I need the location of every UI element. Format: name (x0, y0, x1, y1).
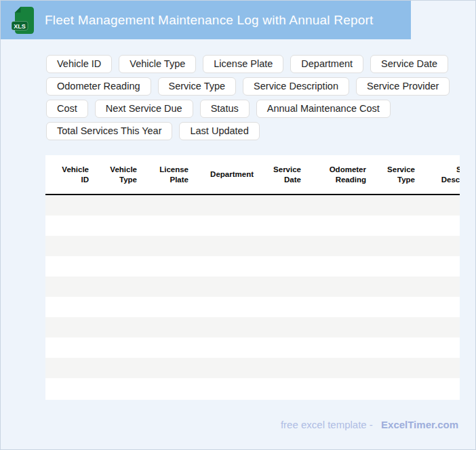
table-row (45, 236, 460, 256)
field-tag-list: Vehicle ID Vehicle Type License Plate De… (46, 55, 476, 140)
table-row (45, 277, 460, 297)
column-header-vehicle-type: Vehicle Type (97, 155, 145, 194)
footer-credit: free excel template - ExcelTimer.com (281, 419, 458, 430)
tag-license-plate[interactable]: License Plate (203, 55, 283, 73)
tag-service-provider[interactable]: Service Provider (356, 77, 450, 96)
page-title: Fleet Management Maintenance Log with An… (45, 13, 373, 28)
tag-vehicle-type[interactable]: Vehicle Type (119, 55, 196, 73)
table-header-row: Vehicle ID Vehicle Type License Plate De… (45, 155, 460, 194)
tag-department[interactable]: Department (290, 55, 363, 73)
column-header-department: Department (197, 155, 262, 194)
table-row (45, 358, 460, 378)
table-row (45, 256, 460, 277)
xls-file-icon: XLS (11, 6, 36, 35)
xls-badge-label: XLS (14, 22, 26, 29)
tag-cost[interactable]: Cost (46, 100, 88, 118)
tag-status[interactable]: Status (200, 100, 250, 118)
column-header-service-description: Service Description (423, 155, 460, 194)
table-row (45, 297, 460, 317)
tag-service-date[interactable]: Service Date (370, 55, 448, 73)
exceltimer-link[interactable]: ExcelTimer.com (381, 419, 458, 430)
tag-last-updated[interactable]: Last Updated (179, 122, 259, 140)
tag-next-service-due[interactable]: Next Service Due (95, 100, 193, 118)
column-header-service-type: Service Type (374, 155, 423, 194)
tag-odometer-reading[interactable]: Odometer Reading (46, 77, 151, 96)
column-header-vehicle-id: Vehicle ID (45, 155, 97, 194)
column-header-license-plate: License Plate (145, 155, 197, 194)
tag-annual-maintenance-cost[interactable]: Annual Maintenance Cost (256, 100, 391, 118)
table-row (45, 216, 460, 236)
tag-service-description[interactable]: Service Description (243, 77, 349, 96)
table-body (45, 195, 460, 398)
spreadsheet-preview: Vehicle ID Vehicle Type License Plate De… (45, 155, 460, 400)
column-header-odometer-reading: Odometer Reading (309, 155, 374, 194)
tag-service-type[interactable]: Service Type (158, 77, 237, 96)
table-row (45, 338, 460, 358)
tag-vehicle-id[interactable]: Vehicle ID (46, 55, 112, 73)
template-preview-page: { "window": { "title": "Fleet Management… (0, 0, 476, 450)
column-header-service-date: Service Date (262, 155, 309, 194)
tag-total-services-this-year[interactable]: Total Services This Year (46, 122, 172, 140)
table-row (45, 317, 460, 338)
table-row (45, 195, 460, 216)
app-header: XLS Fleet Management Maintenance Log wit… (1, 1, 411, 39)
footer-credit-text: free excel template - (281, 419, 373, 430)
table-row (45, 378, 460, 398)
